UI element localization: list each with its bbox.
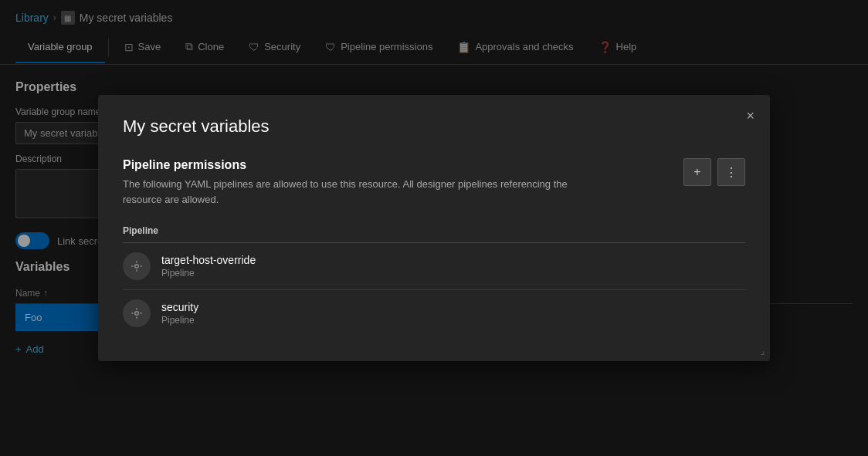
pipeline-info-0: target-host-override Pipeline bbox=[161, 254, 256, 279]
more-options-button[interactable]: ⋮ bbox=[717, 158, 745, 186]
pipeline-avatar-1 bbox=[123, 299, 151, 327]
svg-point-0 bbox=[135, 265, 139, 269]
panel-info: Pipeline permissions The following YAML … bbox=[123, 158, 571, 207]
pipeline-list: target-host-override Pipeline security P… bbox=[123, 243, 745, 336]
pipeline-info-1: security Pipeline bbox=[161, 301, 198, 326]
panel-header: Pipeline permissions The following YAML … bbox=[123, 158, 745, 207]
pipeline-icon-1 bbox=[130, 306, 144, 320]
panel-actions: + ⋮ bbox=[683, 158, 745, 186]
add-pipeline-button[interactable]: + bbox=[683, 158, 711, 186]
pipeline-row-0[interactable]: target-host-override Pipeline bbox=[123, 243, 745, 290]
pipeline-icon-0 bbox=[130, 259, 144, 273]
panel-title: Pipeline permissions bbox=[123, 158, 571, 172]
pipeline-name-1: security bbox=[161, 301, 198, 313]
modal-overlay: × My secret variables Pipeline permissio… bbox=[0, 0, 868, 456]
svg-point-1 bbox=[135, 312, 139, 316]
pipeline-type-1: Pipeline bbox=[161, 315, 198, 326]
pipeline-col-header: Pipeline bbox=[123, 219, 745, 243]
pipeline-permissions-modal: × My secret variables Pipeline permissio… bbox=[98, 95, 770, 361]
modal-title: My secret variables bbox=[123, 117, 745, 137]
panel-desc: The following YAML pipelines are allowed… bbox=[123, 177, 571, 207]
pipeline-avatar-0 bbox=[123, 252, 151, 280]
pipeline-name-0: target-host-override bbox=[161, 254, 256, 266]
modal-close-button[interactable]: × bbox=[743, 106, 758, 126]
pipeline-type-0: Pipeline bbox=[161, 268, 256, 279]
pipeline-row-1[interactable]: security Pipeline bbox=[123, 290, 745, 336]
resize-handle[interactable]: ⌟ bbox=[760, 344, 765, 356]
